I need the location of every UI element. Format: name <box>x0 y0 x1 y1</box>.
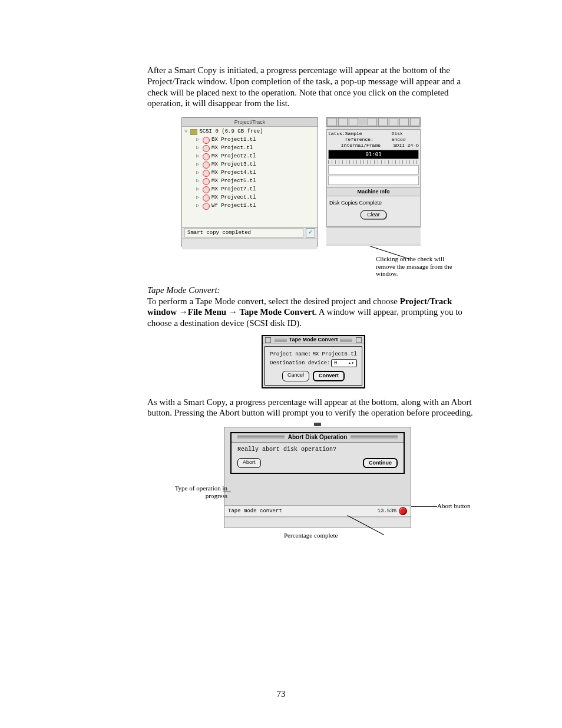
clear-button[interactable]: Clear <box>361 210 386 219</box>
figure-tape-mode-dialog: Tape Mode Convert Project name: MX Proje… <box>262 335 365 388</box>
dialog-title-text: Tape Mode Convert <box>289 337 338 343</box>
menu-path-2: File Menu <box>188 307 229 317</box>
tree-item[interactable]: ▷BX Project1.tl <box>184 136 315 144</box>
project-track-window: Project/Track ▽ SCSI 0 (6.9 GB free) ▷BX… <box>181 117 318 247</box>
reel-icon <box>203 170 210 177</box>
intro-paragraph: After a Smart Copy is initiated, a progr… <box>147 65 480 109</box>
abort-question: Really abort disk operation? <box>237 446 398 454</box>
tape-mode-dialog: Tape Mode Convert Project name: MX Proje… <box>262 335 365 388</box>
triangle-down-icon: ▽ <box>184 129 187 135</box>
triangle-right-icon: ▷ <box>196 203 201 209</box>
timecode-display: 01:01 <box>328 150 419 159</box>
toolbar-button[interactable] <box>328 118 337 126</box>
callout-check: Clicking on the check will remove the me… <box>376 255 452 278</box>
reel-icon <box>203 153 210 160</box>
triangle-right-icon: ▷ <box>196 186 201 193</box>
toolbar-button[interactable] <box>410 118 419 126</box>
triangle-right-icon: ▷ <box>196 153 201 160</box>
reel-icon <box>203 145 210 152</box>
callout-operation-type: Type of operation in progress <box>168 485 227 499</box>
project-name-value: MX Project6.tl <box>312 351 357 358</box>
triangle-right-icon: ▷ <box>196 137 201 143</box>
destination-device-select[interactable]: 0 ▴▾ <box>331 359 357 367</box>
toolbar-button[interactable] <box>389 118 398 126</box>
abort-button[interactable]: Abort <box>237 458 261 468</box>
tree-item-label: Wf Project1.tl <box>211 203 256 209</box>
check-icon[interactable]: ✓ <box>306 228 315 238</box>
machine-info-title: Machine Info <box>327 187 420 196</box>
tree-item-label: MX Project2.tl <box>211 153 256 160</box>
abort-stop-button[interactable] <box>399 507 407 515</box>
tape-mode-heading: Tape Mode Convert: <box>147 285 220 295</box>
reel-icon <box>203 195 210 202</box>
toolbar-button[interactable] <box>368 118 377 126</box>
arrow-icon: → <box>179 307 188 317</box>
destination-device-label: Destination device: <box>270 360 330 367</box>
tree-item[interactable]: ▷MX Project3.tl <box>184 161 315 169</box>
figure-abort-progress: Abort Disk Operation Really abort disk o… <box>147 427 480 545</box>
toolbar-button[interactable] <box>399 118 409 126</box>
project-track-title: Project/Track <box>182 118 318 127</box>
callout-abort-button: Abort button <box>437 502 484 510</box>
close-box-icon[interactable] <box>265 337 271 343</box>
info-col2: Disk encod <box>392 131 419 143</box>
tree-item[interactable]: ▷MX Project.tl <box>184 144 315 153</box>
timecode-ticks <box>328 160 419 164</box>
toolbar-button[interactable] <box>349 118 358 126</box>
triangle-right-icon: ▷ <box>196 178 201 185</box>
triangle-right-icon: ▷ <box>196 162 201 168</box>
triangle-right-icon: ▷ <box>196 170 201 176</box>
window-handle-icon <box>314 423 321 426</box>
abort-dialog: Abort Disk Operation Really abort disk o… <box>230 432 405 474</box>
tree-root-label: SCSI 0 (6.9 GB free) <box>199 129 263 135</box>
abort-paragraph: As with a Smart Copy, a progress percent… <box>147 397 480 419</box>
leader-line <box>223 492 231 492</box>
tree-item-label: MX Project.tl <box>211 145 253 151</box>
project-track-status-bar: Smart copy completed ✓ <box>182 227 318 238</box>
tree-item-label: MX Project7.tl <box>211 186 256 193</box>
figure-project-track: Project/Track ▽ SCSI 0 (6.9 GB free) ▷BX… <box>181 117 421 253</box>
dialog-titlebar: Tape Mode Convert <box>263 336 364 344</box>
zoom-box-icon[interactable] <box>356 337 362 343</box>
progress-bar: Tape mode convert 13.53% <box>224 505 411 517</box>
info-toolbar <box>326 117 421 127</box>
toolbar-button[interactable] <box>378 118 388 126</box>
info-val1: Internal/Frame <box>341 143 381 149</box>
tree-item-label: MX Project3.tl <box>211 162 256 168</box>
reel-icon <box>203 137 210 144</box>
project-track-tree[interactable]: ▽ SCSI 0 (6.9 GB free) ▷BX Project1.tl▷M… <box>182 127 318 227</box>
destination-device-value: 0 <box>334 360 337 367</box>
continue-button[interactable]: Continue <box>363 458 398 468</box>
tree-item[interactable]: ▷MX Projvect.tl <box>184 194 315 202</box>
abort-dialog-titlebar: Abort Disk Operation <box>232 433 404 443</box>
progress-percent: 13.53% <box>378 508 396 515</box>
reel-icon <box>203 178 210 185</box>
tree-item[interactable]: ▷MX Project7.tl <box>184 186 315 194</box>
tape-mode-text-a: To perform a Tape Mode convert, select t… <box>147 297 400 306</box>
tree-item[interactable]: ▷MX Project2.tl <box>184 153 315 161</box>
info-panel-bottom <box>326 227 421 244</box>
tree-item-label: MX Project5.tl <box>211 178 256 185</box>
tree-item[interactable]: ▷Wf Project1.tl <box>184 202 315 210</box>
arrow-icon: → <box>229 307 237 317</box>
tree-item[interactable]: ▷MX Project4.tl <box>184 169 315 177</box>
cancel-button[interactable]: Cancel <box>282 371 309 381</box>
project-track-padding <box>182 238 318 249</box>
toolbar-button[interactable] <box>338 118 348 126</box>
disk-icon <box>190 129 197 135</box>
tree-root[interactable]: ▽ SCSI 0 (6.9 GB free) <box>184 128 315 136</box>
progress-operation-label: Tape mode convert <box>228 508 282 515</box>
tree-item-label: BX Project1.tl <box>211 137 256 143</box>
window-padding <box>224 518 411 528</box>
updown-arrows-icon: ▴▾ <box>348 360 354 366</box>
convert-button[interactable]: Convert <box>313 371 345 381</box>
info-col1: Sample reference: <box>345 131 392 143</box>
status-text: Smart copy completed <box>184 228 303 238</box>
info-panel: tatus: Sample reference: Disk encod Inte… <box>326 117 421 246</box>
abort-dialog-title: Abort Disk Operation <box>288 434 348 442</box>
tree-item[interactable]: ▷MX Project5.tl <box>184 177 315 186</box>
abort-window: Abort Disk Operation Really abort disk o… <box>224 427 411 528</box>
reel-icon <box>203 162 210 169</box>
info-val2: SDII 24-b <box>394 143 419 149</box>
triangle-right-icon: ▷ <box>196 145 201 151</box>
